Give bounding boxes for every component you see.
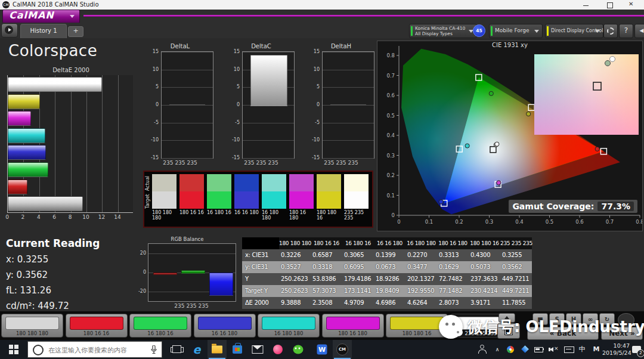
taskbar-file-explorer[interactable] xyxy=(208,340,227,359)
measurement-table: 180 180 180180 16 1616 180 1616 16 18016… xyxy=(242,237,532,309)
next-button[interactable]: Next » xyxy=(601,327,643,340)
taskbar-mail[interactable] xyxy=(248,340,267,359)
table-row: y: CIE310.35270.33180.60950.06730.34770.… xyxy=(242,261,532,273)
table-cell: 230.4214 xyxy=(469,285,500,297)
maximize-button[interactable] xyxy=(601,0,619,10)
mini-control-button-1[interactable]: S xyxy=(549,313,565,325)
volume-muted-icon[interactable]: × xyxy=(549,340,559,359)
display-control-dropdown[interactable]: Direct Display Control xyxy=(545,24,603,38)
tray-gem-icon[interactable] xyxy=(520,340,530,359)
actual-row-label: Actual xyxy=(145,176,150,191)
mini-control-button-3[interactable]: ∞ xyxy=(583,313,598,325)
svg-text:0.1: 0.1 xyxy=(425,219,434,225)
taskbar-edge[interactable]: e xyxy=(187,340,206,359)
action-center-button[interactable]: 2 xyxy=(631,340,644,359)
taskbar-photos-app[interactable] xyxy=(268,340,287,359)
gridline xyxy=(102,75,103,212)
patch-button-16-180-180[interactable]: 16 180 180 xyxy=(258,314,320,338)
back-chevron-icon: « xyxy=(550,329,555,338)
mini-control-button-2[interactable]: H xyxy=(566,313,581,325)
minimize-button[interactable] xyxy=(577,0,595,10)
row-label: Y xyxy=(242,273,279,285)
table-cell: 19.8409 xyxy=(374,285,405,297)
svg-text:0.4: 0.4 xyxy=(386,132,395,138)
collapse-panel-button[interactable]: ◀ xyxy=(634,24,644,38)
taskbar-calman[interactable]: CM xyxy=(333,340,352,359)
mini-control-button-0[interactable]: ■ xyxy=(532,313,548,325)
taskbar-wps[interactable]: W xyxy=(312,340,332,359)
table-cell: 0.3226 xyxy=(279,249,311,261)
search-input[interactable] xyxy=(47,343,145,357)
table-cell: 0.3255 xyxy=(500,249,532,261)
tray-overflow-chevron[interactable]: ∧ xyxy=(493,340,502,359)
table-cell: 2.3508 xyxy=(311,297,342,309)
start-button[interactable] xyxy=(0,340,27,359)
patch-color-block xyxy=(326,317,380,330)
deltal-bar xyxy=(169,104,205,106)
meter-status-indicator xyxy=(411,26,413,36)
task-view-icon xyxy=(172,345,181,353)
touch-keyboard-icon[interactable] xyxy=(563,340,575,359)
gridline xyxy=(243,140,294,141)
battery-icon[interactable] xyxy=(533,340,545,359)
expand-strip-button[interactable] xyxy=(499,313,515,323)
microphone-icon[interactable] xyxy=(151,345,157,354)
gridline xyxy=(162,123,213,123)
target-swatch xyxy=(179,191,204,209)
tray-browser-icon[interactable] xyxy=(506,340,515,359)
calman-logo-menu[interactable]: CalMAN xyxy=(2,10,80,23)
y-tick-label: 0 xyxy=(224,102,240,107)
tab-history-1[interactable]: History 1 xyxy=(20,24,67,39)
taskbar-search[interactable] xyxy=(27,341,162,358)
x-tick-label: 10 xyxy=(82,214,89,220)
table-cell: 57.3073 xyxy=(311,285,342,297)
task-view-button[interactable] xyxy=(167,340,186,359)
delta-h-plot-area xyxy=(322,51,374,159)
mini-control-button-4[interactable]: ↻ xyxy=(599,313,615,325)
table-cell: 237.3633 xyxy=(469,273,500,285)
taskbar-wechat[interactable] xyxy=(289,340,308,359)
ime-indicator[interactable]: 中 xyxy=(577,340,587,359)
svg-text:0.4: 0.4 xyxy=(515,219,524,225)
patch-button-180-16-16[interactable]: 180 16 16 xyxy=(66,314,128,338)
deltah-bar xyxy=(330,104,366,106)
meter-dropdown[interactable]: Konica Minolta CA-410 All Display Types xyxy=(409,24,477,38)
patch-button-16-180-16[interactable]: 16 180 16 xyxy=(129,314,191,338)
table-row: ΔE 20009.38882.35084.97094.69864.62642.8… xyxy=(242,297,532,309)
tray-m-app-icon[interactable]: M xyxy=(592,340,601,359)
table-cell: 4.9709 xyxy=(342,297,374,309)
source-name: Mobile Forge xyxy=(495,27,530,33)
table-cell: 449.7211 xyxy=(500,285,532,297)
measured-marker xyxy=(497,181,501,185)
swatch-column: 235 235 235 xyxy=(344,174,369,221)
add-tab-button[interactable]: + xyxy=(68,26,83,37)
target-row-label: Target xyxy=(145,194,150,209)
measured-marker xyxy=(595,147,599,151)
patch-button-180-180-180[interactable]: 180 180 180 xyxy=(1,314,63,338)
close-button[interactable]: ✕ xyxy=(624,0,642,10)
round-control-button[interactable] xyxy=(618,313,634,327)
row-label: Target Y xyxy=(242,285,279,297)
taskbar-clock[interactable]: 10:47 2019/5/24 xyxy=(602,340,630,359)
help-button[interactable]: ? xyxy=(619,24,633,38)
reading-x: x: 0.3255 xyxy=(6,254,131,265)
swatch-label: 180 16 180 xyxy=(289,210,314,221)
taskbar-store[interactable] xyxy=(228,340,247,359)
pattern-window-button[interactable] xyxy=(497,323,520,339)
patch-button-label: 16 180 180 xyxy=(258,330,319,336)
patch-button-16-16-180[interactable]: 16 16 180 xyxy=(194,314,256,338)
gridline xyxy=(86,75,87,212)
play-button[interactable] xyxy=(1,23,18,38)
pattern-source-dropdown[interactable]: Mobile Forge xyxy=(489,24,543,38)
back-button[interactable]: « Back xyxy=(527,327,599,340)
column-header: 16 180 180 xyxy=(405,237,437,249)
patch-button-180-180-16[interactable]: 180 180 16 xyxy=(386,314,448,338)
windows-taskbar: e W CM ∧ × 中 M 10:47 2019/5/24 2 xyxy=(0,340,644,359)
table-cell: 77.1482 xyxy=(437,285,469,297)
settings-button[interactable] xyxy=(603,24,618,38)
patch-color-block xyxy=(70,317,123,330)
swatch-column: 16 180 180 xyxy=(262,174,286,221)
calman-taskbar-icon: CM xyxy=(336,343,348,355)
tray-people-icon[interactable] xyxy=(477,340,488,359)
patch-button-180-16-180[interactable]: 180 16 180 xyxy=(322,314,384,338)
